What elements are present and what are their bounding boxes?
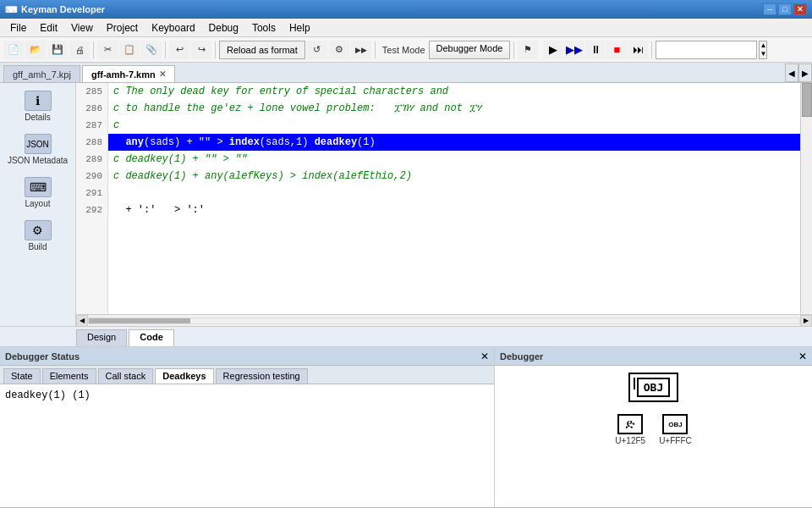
line-num-292: 292	[76, 202, 107, 218]
spinner-down[interactable]: ▼	[760, 50, 766, 58]
maximize-button[interactable]: □	[778, 3, 792, 15]
code-line-288: any(sads) + "" > index(sads,1) deadkey(1…	[108, 134, 800, 151]
h-scroll-track[interactable]	[88, 318, 800, 324]
code-line-289: c deadkey(1) + "" > ""	[108, 151, 800, 168]
tab-scroll-right[interactable]: ▶	[798, 64, 812, 82]
code-text-292: + ':' > ':'	[113, 204, 205, 216]
ds-tab-elements[interactable]: Elements	[42, 368, 96, 384]
redo-button[interactable]: ↪	[191, 41, 211, 59]
code-text-286: c to handle the ge'ez + lone vowel probl…	[113, 102, 481, 114]
h-scroll-thumb[interactable]	[89, 318, 190, 323]
menu-edit[interactable]: Edit	[33, 20, 64, 36]
tab-kmn-close[interactable]: ✕	[159, 69, 166, 79]
compile-button[interactable]: ⚙	[329, 41, 349, 59]
cut-button[interactable]: ✂	[97, 41, 118, 59]
debug-run[interactable]: ▶	[543, 41, 563, 59]
title-bar: ⌨ Keyman Developer ─ □ ✕	[0, 0, 812, 19]
debug-search-input[interactable]	[656, 41, 757, 59]
flag-button[interactable]: ⚑	[518, 41, 538, 59]
toolbar: 📄 📂 💾 🖨 ✂ 📋 📎 ↩ ↪ Reload as format ↺ ⚙ ▶…	[0, 37, 812, 63]
tab-design[interactable]: Design	[76, 329, 127, 346]
spinner-up[interactable]: ▲	[760, 41, 766, 50]
expand-button[interactable]: ▶▶	[351, 41, 371, 59]
search-spinner[interactable]: ▲ ▼	[759, 41, 767, 59]
sidebar-label-json: JSON Metadata	[8, 156, 68, 165]
code-line-291	[108, 185, 800, 202]
ds-tab-regression[interactable]: Regression testing	[216, 368, 308, 384]
reload-format-button[interactable]: Reload as format	[219, 41, 305, 59]
debug-stop[interactable]: ■	[606, 41, 627, 59]
menu-file[interactable]: File	[3, 20, 33, 36]
sidebar-item-json[interactable]: JSON JSON Metadata	[4, 130, 72, 169]
code-editor: 285 286 287 288 289 290 291 292 c The on…	[76, 83, 812, 326]
close-button[interactable]: ✕	[793, 3, 807, 15]
h-scroll-left[interactable]: ◀	[76, 315, 88, 327]
debugger-obj-box: OBJ	[628, 373, 678, 402]
dp-char-box-2: OBJ	[662, 414, 688, 434]
debugger-mode-button[interactable]: Debugger Mode	[429, 41, 511, 59]
ds-close-button[interactable]: ✕	[480, 351, 489, 362]
ds-content: deadkey(1) (1)	[0, 384, 494, 507]
ds-tab-callstack[interactable]: Call stack	[98, 368, 154, 384]
code-text-290: c deadkey(1) + any(alefKeys) > index(ale…	[113, 170, 412, 182]
menu-help[interactable]: Help	[283, 20, 317, 36]
cursor-line	[634, 378, 635, 389]
scrollbar-thumb[interactable]	[802, 83, 812, 117]
code-line-286: c to handle the ge'ez + lone vowel probl…	[108, 100, 800, 117]
debug-pause[interactable]: ⏸	[585, 41, 606, 59]
debug-step[interactable]: ⏭	[628, 41, 648, 59]
code-content: 285 286 287 288 289 290 291 292 c The on…	[76, 83, 812, 314]
dp-close-button[interactable]: ✕	[798, 351, 807, 362]
open-button[interactable]: 📂	[25, 41, 46, 59]
sidebar-item-details[interactable]: ℹ Details	[4, 86, 72, 126]
menu-debug[interactable]: Debug	[202, 20, 245, 36]
debug-run2[interactable]: ▶▶	[564, 41, 584, 59]
code-text-289: c deadkey(1) + "" > ""	[113, 153, 247, 165]
new-button[interactable]: 📄	[3, 41, 24, 59]
separator-4	[375, 41, 376, 58]
minimize-button[interactable]: ─	[763, 3, 776, 15]
menu-project[interactable]: Project	[100, 20, 145, 36]
separator-2	[165, 41, 166, 58]
paste-button[interactable]: 📎	[141, 41, 162, 59]
dp-char-label-2: U+FFFC	[659, 436, 692, 445]
separator-3	[215, 41, 216, 58]
menu-keyboard[interactable]: Keyboard	[145, 20, 201, 36]
sidebar-item-layout[interactable]: ⌨ Layout	[4, 173, 72, 213]
line-num-286: 286	[76, 100, 107, 117]
bottom-panels: Debugger Status ✕ State Elements Call st…	[0, 346, 812, 507]
print-button[interactable]: 🖨	[69, 41, 90, 59]
code-lines[interactable]: c The only dead key for entry of special…	[108, 83, 800, 314]
save-button[interactable]: 💾	[47, 41, 68, 59]
tab-kmn[interactable]: gff-amh-7.kmn ✕	[82, 65, 175, 82]
editor-scrollbar[interactable]	[800, 83, 812, 314]
code-text-285: c The only dead key for entry of special…	[113, 86, 448, 97]
separator-6	[651, 41, 652, 58]
sidebar-label-details: Details	[25, 113, 51, 122]
reload-btn2[interactable]: ↺	[307, 41, 327, 59]
tab-code[interactable]: Code	[129, 329, 174, 346]
scrollbar-track[interactable]	[801, 83, 812, 314]
separator-1	[93, 41, 94, 58]
menu-view[interactable]: View	[64, 20, 100, 36]
title-text: Keyman Developer	[21, 4, 763, 14]
tab-scroll-left[interactable]: ◀	[785, 64, 798, 82]
line-num-285: 285	[76, 83, 107, 100]
build-icon: ⚙	[25, 220, 52, 240]
test-mode-area: Test Mode Debugger Mode	[382, 41, 511, 59]
sidebar-item-build[interactable]: ⚙ Build	[4, 216, 72, 256]
ds-tab-deadkeys[interactable]: Deadkeys	[155, 368, 213, 384]
ds-tab-state[interactable]: State	[3, 368, 41, 384]
undo-button[interactable]: ↩	[169, 41, 189, 59]
code-line-292: + ':' > ':'	[108, 202, 800, 218]
code-text-291	[113, 187, 119, 199]
line-num-289: 289	[76, 151, 107, 168]
dp-bottom: ድ U+12F5 OBJ U+FFFC	[610, 409, 696, 450]
copy-button[interactable]: 📋	[119, 41, 140, 59]
tab-kpj[interactable]: gff_amh_7.kpj	[3, 65, 80, 82]
menu-tools[interactable]: Tools	[245, 20, 283, 36]
sidebar: ℹ Details JSON JSON Metadata ⌨ Layout ⚙ …	[0, 83, 76, 326]
sidebar-label-layout: Layout	[25, 199, 50, 208]
h-scroll-right[interactable]: ▶	[800, 315, 812, 327]
tab-kpj-label: gff_amh_7.kpj	[13, 69, 71, 80]
